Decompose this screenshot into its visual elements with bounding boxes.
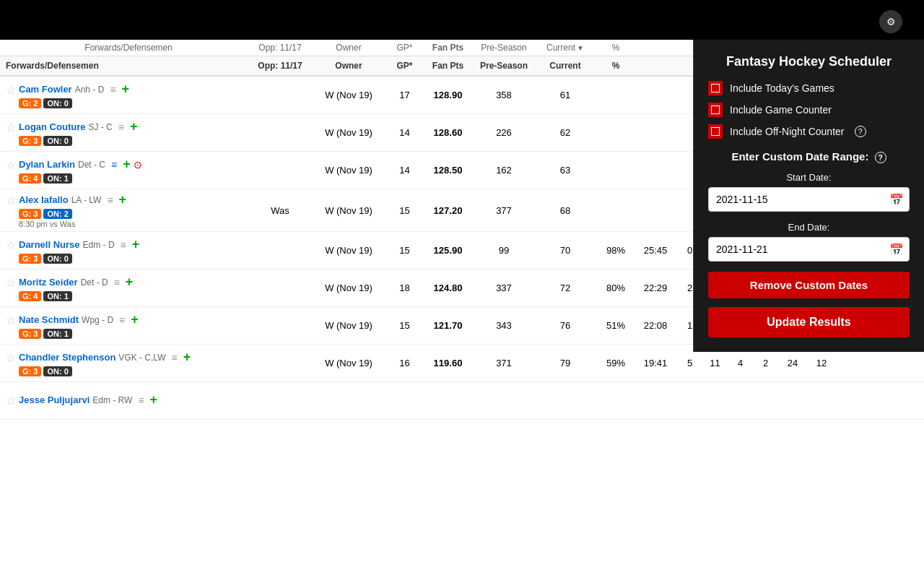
end-date-calendar-icon[interactable]: 📅: [889, 243, 904, 256]
on-badge: ON: 0: [43, 98, 71, 108]
player-name-link[interactable]: Jesse Puljujarvi: [19, 394, 90, 405]
notes-icon[interactable]: ≡: [114, 277, 120, 288]
sub-header-owner: Owner: [309, 61, 388, 71]
g-badge: G: 2: [19, 98, 41, 108]
start-date-input[interactable]: [708, 187, 910, 212]
watchlist-icon[interactable]: ⊙: [134, 159, 142, 171]
player-name-link[interactable]: Cam Fowler: [19, 84, 72, 95]
player-name-link[interactable]: Darnell Nurse: [19, 239, 80, 250]
player-current: 76: [533, 320, 598, 331]
header-fanpts[interactable]: Fan Pts: [421, 43, 475, 53]
player-sog: 24: [778, 358, 807, 368]
notes-icon[interactable]: ≡: [119, 314, 125, 326]
player-owner: W (Nov 19): [309, 127, 388, 138]
notes-icon[interactable]: ≡: [118, 121, 124, 133]
checkbox-row-3[interactable]: Include Off-Night Counter ?: [708, 124, 910, 139]
sub-header-fanpts: Fan Pts: [421, 61, 475, 71]
date-range-help-icon[interactable]: ?: [875, 152, 886, 163]
g-badge: G: 3: [19, 136, 41, 146]
add-player-icon[interactable]: +: [131, 312, 139, 327]
player-fanpts: 119.60: [421, 358, 475, 368]
date-range-title: Enter Custom Date Range: ?: [708, 150, 910, 163]
g-badge: G: 3: [19, 254, 41, 264]
end-date-input[interactable]: [708, 237, 910, 262]
notes-icon[interactable]: ≡: [121, 239, 126, 251]
player-owner: W (Nov 19): [309, 320, 388, 331]
player-owner: W (Nov 19): [309, 165, 388, 176]
add-player-icon[interactable]: +: [183, 350, 191, 365]
player-name-link[interactable]: Chandler Stephenson: [19, 352, 116, 363]
checkbox-row-1[interactable]: Include Today's Games: [708, 81, 910, 95]
remove-custom-dates-button[interactable]: Remove Custom Dates: [708, 272, 910, 298]
notes-icon[interactable]: ≡: [138, 394, 144, 406]
player-owner: W (Nov 19): [309, 90, 388, 100]
start-date-label: Start Date:: [708, 172, 910, 183]
update-results-button[interactable]: Update Results: [708, 307, 910, 337]
player-p: 4: [728, 358, 753, 368]
header-opp[interactable]: Opp: 11/17: [251, 43, 309, 53]
favorite-star-icon[interactable]: ☆: [6, 158, 16, 172]
add-player-icon[interactable]: +: [122, 82, 130, 97]
player-current: 70: [533, 245, 598, 256]
panel-title: Fantasy Hockey Scheduler: [708, 54, 910, 69]
table-row: ☆ Jesse Puljujarvi Edm - RW ≡ +: [0, 382, 924, 420]
add-player-icon[interactable]: +: [132, 237, 140, 252]
favorite-star-icon[interactable]: ☆: [6, 394, 16, 407]
player-preseason: 226: [475, 127, 533, 138]
checkbox-off-night[interactable]: [708, 124, 723, 139]
favorite-star-icon[interactable]: ☆: [6, 314, 16, 327]
notes-icon[interactable]: ≡: [107, 194, 113, 206]
player-g: 5: [677, 358, 702, 368]
favorite-star-icon[interactable]: ☆: [6, 194, 16, 207]
checkbox-game-counter[interactable]: [708, 103, 723, 117]
player-name-link[interactable]: Logan Couture: [19, 121, 85, 132]
notes-icon[interactable]: ≡: [110, 84, 116, 95]
player-pct: 80%: [598, 282, 634, 293]
player-name-link[interactable]: Nate Schmidt: [19, 314, 79, 325]
player-gp: 15: [388, 320, 421, 331]
add-player-icon[interactable]: +: [150, 392, 158, 407]
off-night-help-icon[interactable]: ?: [855, 126, 866, 137]
add-player-icon[interactable]: +: [123, 157, 131, 172]
player-fanpts: 124.80: [421, 282, 475, 293]
on-badge: ON: 0: [43, 254, 71, 264]
player-info: ☆ Logan Couture SJ - C ≡ + G: 3ON: 0: [6, 119, 251, 146]
header-preseason[interactable]: Pre-Season: [475, 43, 533, 53]
player-info: ☆ Moritz Seider Det - D ≡ + G: 4ON: 1: [6, 275, 251, 301]
player-current: 72: [533, 282, 598, 293]
start-date-calendar-icon[interactable]: 📅: [889, 193, 904, 207]
notes-icon[interactable]: ≡: [171, 352, 177, 363]
favorite-star-icon[interactable]: ☆: [6, 238, 16, 252]
player-info: ☆ Jesse Puljujarvi Edm - RW ≡ +: [6, 392, 251, 409]
add-player-icon[interactable]: +: [130, 119, 138, 134]
add-player-icon[interactable]: +: [126, 275, 134, 290]
player-name-link[interactable]: Alex Iafallo: [19, 194, 69, 205]
favorite-star-icon[interactable]: ☆: [6, 351, 16, 365]
extension-icon[interactable]: ⚙: [879, 10, 902, 33]
notes-icon[interactable]: ≡: [111, 159, 117, 171]
header-player: Forwards/Defensemen: [6, 43, 251, 53]
player-owner: W (Nov 19): [309, 358, 388, 368]
player-fanpts: 128.90: [421, 90, 475, 100]
add-player-icon[interactable]: +: [119, 192, 127, 207]
player-info: ☆ Alex Iafallo LA - LW ≡ + G: 3ON: 2 8:3…: [6, 192, 251, 228]
player-team-pos: Det - C: [78, 160, 105, 170]
player-badges: G: 3ON: 2: [19, 209, 126, 219]
g-badge: G: 4: [19, 291, 41, 301]
player-name-link[interactable]: Dylan Larkin: [19, 159, 75, 170]
top-bar: ⚙: [0, 0, 924, 40]
checkbox-row-2[interactable]: Include Game Counter: [708, 103, 910, 117]
on-badge: ON: 0: [43, 136, 71, 146]
favorite-star-icon[interactable]: ☆: [6, 121, 16, 134]
end-date-label: End Date:: [708, 222, 910, 233]
player-toi: 22:08: [634, 320, 677, 331]
player-gp: 18: [388, 282, 421, 293]
header-current[interactable]: Current ▼: [533, 43, 598, 53]
checkbox-today-games[interactable]: [708, 81, 723, 95]
player-team-pos: VGK - C,LW: [118, 353, 165, 363]
favorite-star-icon[interactable]: ☆: [6, 83, 16, 97]
player-fanpts: 127.20: [421, 205, 475, 216]
player-name-link[interactable]: Moritz Seider: [19, 277, 78, 288]
favorite-star-icon[interactable]: ☆: [6, 276, 16, 290]
on-badge: ON: 2: [43, 209, 71, 219]
